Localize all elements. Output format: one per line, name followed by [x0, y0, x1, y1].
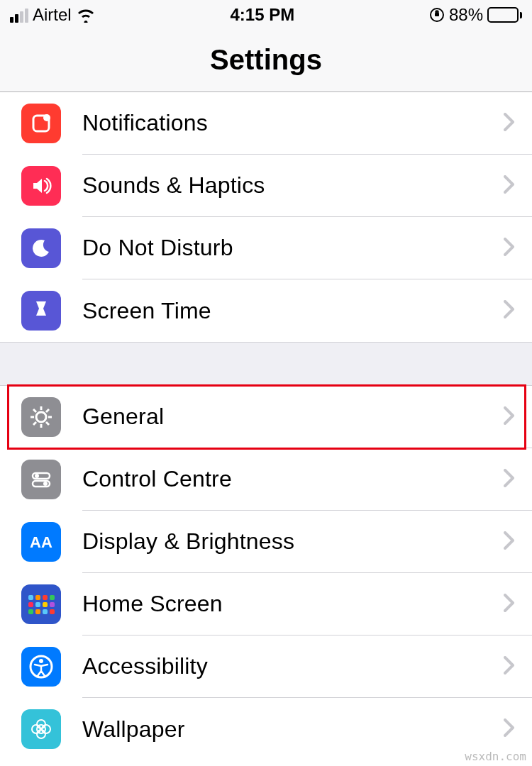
row-dnd[interactable]: Do Not Disturb [0, 217, 532, 279]
display-icon: AA [21, 522, 61, 562]
svg-line-10 [46, 422, 49, 425]
svg-point-16 [43, 482, 48, 486]
svg-line-11 [46, 409, 49, 412]
row-controlcentre[interactable]: Control Centre [0, 448, 532, 511]
status-bar: Airtel 4:15 PM 88% [0, 0, 532, 30]
carrier-label: Airtel [33, 5, 72, 25]
chevron-right-icon [504, 113, 515, 134]
status-right: 88% [429, 5, 522, 25]
page-header: Settings [0, 30, 532, 92]
chevron-right-icon [504, 594, 515, 615]
wifi-icon [76, 7, 96, 23]
row-screentime[interactable]: Screen Time [0, 279, 532, 342]
general-icon [21, 397, 61, 437]
svg-point-3 [43, 114, 50, 121]
battery-percent: 88% [449, 5, 483, 25]
section-gap [0, 342, 532, 386]
settings-group-2: General Control Centre AA Display & Brig… [0, 386, 532, 760]
chevron-right-icon [504, 531, 515, 553]
svg-point-14 [35, 474, 39, 478]
rotation-lock-icon [429, 7, 445, 23]
svg-line-9 [33, 409, 36, 412]
sounds-icon [21, 166, 61, 206]
svg-rect-1 [435, 13, 439, 16]
chevron-right-icon [504, 300, 515, 321]
homescreen-icon [21, 584, 61, 624]
row-label: Notifications [82, 110, 208, 136]
watermark: wsxdn.com [465, 750, 526, 763]
svg-point-4 [36, 412, 46, 422]
row-wallpaper[interactable]: Wallpaper [0, 698, 532, 760]
row-accessibility[interactable]: Accessibility [0, 635, 532, 698]
row-general[interactable]: General [0, 386, 532, 448]
row-label: General [82, 404, 164, 430]
notifications-icon [21, 104, 61, 143]
row-display[interactable]: AA Display & Brightness [0, 511, 532, 573]
chevron-right-icon [504, 175, 515, 196]
row-label: Sounds & Haptics [82, 172, 265, 199]
row-label: Display & Brightness [82, 528, 294, 555]
battery-icon [487, 7, 522, 23]
row-label: Control Centre [82, 466, 232, 492]
chevron-right-icon [504, 406, 515, 428]
row-label: Screen Time [82, 298, 211, 324]
chevron-right-icon [504, 656, 515, 677]
dnd-icon [21, 228, 61, 268]
row-label: Wallpaper [82, 716, 185, 743]
wallpaper-icon [21, 709, 61, 749]
chevron-right-icon [504, 238, 515, 259]
screentime-icon [21, 291, 61, 331]
accessibility-icon [21, 647, 61, 687]
svg-point-19 [39, 659, 43, 663]
svg-text:AA: AA [30, 533, 52, 551]
chevron-right-icon [504, 718, 515, 740]
page-title: Settings [0, 44, 532, 76]
cellular-signal-icon [10, 7, 28, 23]
controlcentre-icon [21, 460, 61, 499]
settings-group-1: Notifications Sounds & Haptics Do Not Di… [0, 92, 532, 342]
row-label: Do Not Disturb [82, 235, 233, 261]
row-homescreen[interactable]: Home Screen [0, 573, 532, 635]
row-label: Home Screen [82, 591, 223, 617]
row-notifications[interactable]: Notifications [0, 92, 532, 155]
svg-line-12 [33, 422, 36, 425]
status-time: 4:15 PM [230, 5, 294, 25]
status-left: Airtel [10, 5, 96, 25]
row-label: Accessibility [82, 653, 208, 679]
row-sounds[interactable]: Sounds & Haptics [0, 155, 532, 217]
chevron-right-icon [504, 469, 515, 490]
